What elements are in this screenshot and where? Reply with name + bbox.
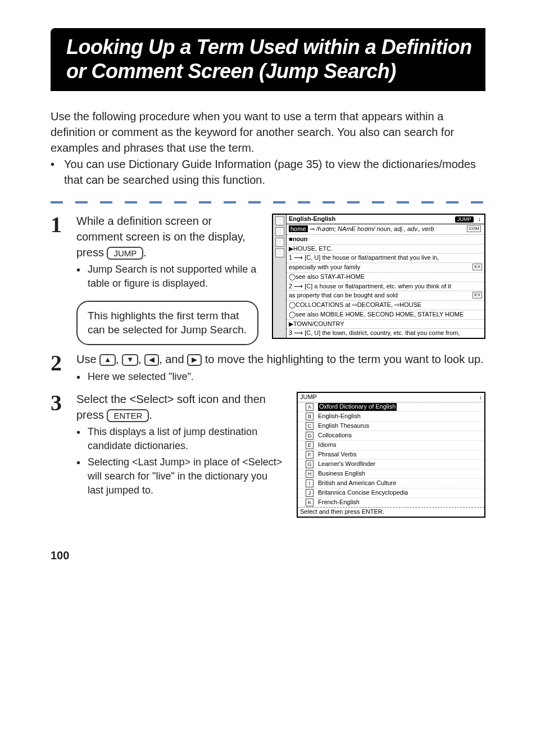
def-text: ▶HOUSE, ETC. <box>289 245 333 252</box>
jump-badge: JUMP <box>455 216 474 223</box>
jump-list-title: JUMP ↓ <box>298 393 484 402</box>
step-1-instruction: While a definition screen or comment scr… <box>76 214 258 260</box>
left-key: ◀ <box>144 354 159 366</box>
step-1-callout-text: This highlights the first term that can … <box>88 310 247 336</box>
step-2-text-b: , and <box>159 353 187 365</box>
def-row: ▶TOWN/COUNTRY <box>287 320 484 329</box>
jump-item-key: H <box>306 470 314 478</box>
def-row: ◯COLLOCATIONS at ⇨DECORATE, ⇨HOUSE <box>287 301 484 310</box>
divider <box>51 201 485 203</box>
pronunciation: /həʊm; NAmE hoʊm/ <box>316 225 375 232</box>
step-3-screenshot: JUMP ↓ AOxford Dictionary of EnglishBEng… <box>297 392 485 518</box>
def-text: 2 ⟶ [C] a house or flat/apartment, etc. … <box>289 283 451 289</box>
step-3-instruction: Select the <Select> soft icon and then p… <box>76 392 283 423</box>
right-key: ▶ <box>187 354 202 366</box>
def-row: ■noun <box>287 235 484 245</box>
jump-list-footer: Select and then press ENTER. <box>298 507 484 517</box>
jump-list-item: EIdioms <box>298 441 484 450</box>
jump-item-label: Phrasal Verbs <box>318 451 356 459</box>
jump-list-item: HBusiness English <box>298 469 484 479</box>
dictionary-label: English-English <box>289 215 335 223</box>
jump-list-item: DCollocations <box>298 431 484 441</box>
page-title: Looking Up a Term Used within a Definiti… <box>51 28 485 91</box>
jump-item-label: Learner's Wordfinder <box>318 460 375 468</box>
step-3: 3 Select the <Select> soft icon and then… <box>51 392 485 518</box>
dictionary-screen: English-English JUMP ↓ home ⊸ /həʊm; NAm… <box>272 214 485 339</box>
jump-list-item: AOxford Dictionary of English <box>298 402 484 412</box>
step-1-text-column: While a definition screen or comment scr… <box>76 214 258 345</box>
step-1: 1 While a definition screen or comment s… <box>51 214 485 345</box>
enter-key: ENTER <box>107 409 149 423</box>
def-row: as property that can be bought and soldE… <box>287 291 484 301</box>
ex-tag: EX <box>473 264 482 270</box>
jump-item-label: English Thesaurus <box>318 422 369 430</box>
step-1-sub: • Jump Search is not supported while a t… <box>76 262 258 291</box>
jump-item-key: C <box>306 422 314 430</box>
jump-item-key: E <box>306 441 314 449</box>
down-key: ▼ <box>122 354 138 366</box>
def-text: as property that can be bought and sold <box>289 292 398 298</box>
jump-list-item: BEnglish-English <box>298 412 484 422</box>
step-2: 2 Use ▲, ▼, ◀, and ▶ to move the highlig… <box>51 352 485 385</box>
jump-list-screen: JUMP ↓ AOxford Dictionary of EnglishBEng… <box>297 392 485 518</box>
jump-item-key: D <box>306 432 314 440</box>
jump-item-label: Oxford Dictionary of English <box>318 403 397 411</box>
bullet-dot: • <box>76 370 88 386</box>
page: Looking Up a Term Used within a Definiti… <box>0 0 536 585</box>
screen-titlebar: English-English JUMP ↓ <box>287 215 484 224</box>
step-3-number: 3 <box>51 392 76 414</box>
bullet-dot: • <box>76 455 88 497</box>
scroll-down-icon: ↓ <box>479 393 483 401</box>
def-row: 1 ⟶ [C, U] the house or flat/apartment t… <box>287 253 484 263</box>
jump-list-item: GLearner's Wordfinder <box>298 460 484 469</box>
jump-item-key: F <box>306 451 314 459</box>
page-number: 100 <box>51 549 485 562</box>
sidebar-icon <box>275 238 284 247</box>
def-row: 2 ⟶ [C] a house or flat/apartment, etc. … <box>287 282 484 292</box>
def-row: especially with your familyEX <box>287 263 484 273</box>
step-1-number: 1 <box>51 214 76 236</box>
jump-item-label: Collocations <box>318 432 352 440</box>
jump-list-item: JBritannica Concise Encyclopedia <box>298 488 484 498</box>
step-2-number: 2 <box>51 352 76 374</box>
jump-item-label: Idioms <box>318 441 336 449</box>
jump-item-label: Business English <box>318 470 365 478</box>
bullet-dot: • <box>76 262 88 291</box>
jump-item-label: British and American Culture <box>318 479 396 487</box>
intro-paragraph: Use the following procedure when you wan… <box>51 109 485 156</box>
jump-item-label: Britannica Concise Encyclopedia <box>318 489 408 497</box>
def-row: ◯see also STAY-AT-HOME <box>287 273 484 282</box>
def-row: ▶HOUSE, ETC. <box>287 245 484 254</box>
step-1-text-a: While a definition screen or comment scr… <box>76 215 246 258</box>
jump-list-item: CEnglish Thesaurus <box>298 422 484 431</box>
sidebar-icon <box>275 227 284 236</box>
screen-sidebar <box>273 215 287 338</box>
intro-bullet: • You can use Dictionary Guide Informati… <box>51 157 485 188</box>
step-3-sub-2: • Selecting <Last Jump> in place of <Sel… <box>76 455 283 497</box>
jump-item-key: G <box>306 460 314 468</box>
bullet-dot: • <box>76 425 88 453</box>
key-icon: ⊸ <box>310 225 315 232</box>
def-text: 1 ⟶ [C, U] the house or flat/apartment t… <box>289 254 439 261</box>
def-text: ■noun <box>289 236 308 242</box>
jump-item-label: French-English <box>318 499 360 506</box>
step-2-text-a: Use <box>76 353 99 365</box>
def-text: especially with your family <box>289 264 360 270</box>
step-2-sub-text: Here we selected "live". <box>88 370 485 386</box>
jump-item-key: J <box>306 489 314 497</box>
headword-line: home ⊸ /həʊm; NAmE hoʊm/ noun, adj., adv… <box>287 224 484 235</box>
def-text: ◯see also STAY-AT-HOME <box>289 273 365 280</box>
step-1-screenshot: English-English JUMP ↓ home ⊸ /həʊm; NAm… <box>272 214 485 339</box>
step-3-text-b: . <box>149 409 152 421</box>
jump-key: JUMP <box>107 247 143 260</box>
def-row: 3 ⟶ [C, U] the town, district, country, … <box>287 329 484 338</box>
step-1-sub-text: Jump Search is not supported while a tab… <box>88 262 258 291</box>
def-text: 3 ⟶ [C, U] the town, district, country, … <box>289 329 460 336</box>
ex-tag: EX <box>473 292 482 298</box>
step-3-sub-1: • This displays a list of jump destinati… <box>76 425 283 453</box>
up-key: ▲ <box>99 354 116 366</box>
jump-item-key: I <box>306 479 314 487</box>
jump-list: AOxford Dictionary of EnglishBEnglish-En… <box>298 402 484 507</box>
def-text: ◯COLLOCATIONS at ⇨DECORATE, ⇨HOUSE <box>289 301 421 308</box>
intro-bullet-text: You can use Dictionary Guide Information… <box>64 157 485 188</box>
